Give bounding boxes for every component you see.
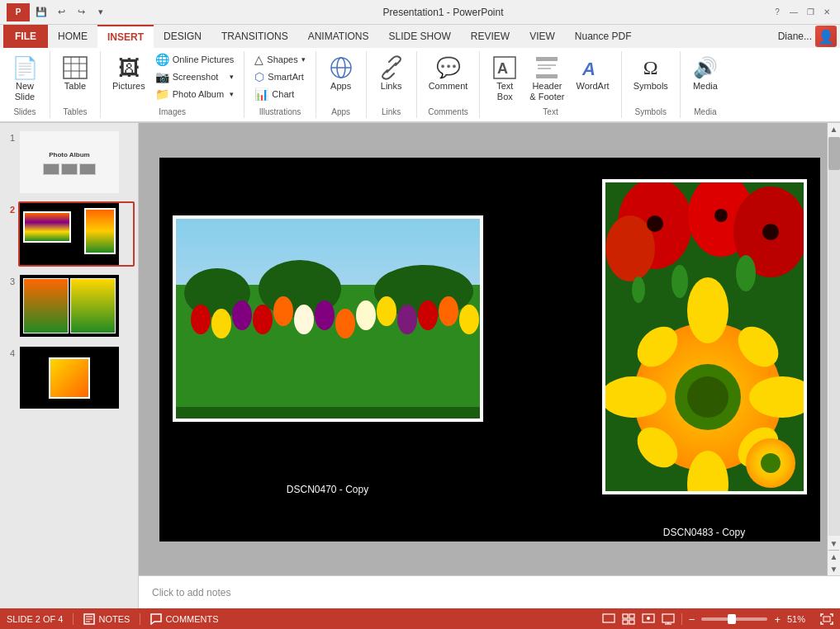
user-name[interactable]: Diane... xyxy=(778,31,812,42)
links-button[interactable]: Links xyxy=(373,51,410,95)
close-button[interactable]: ✕ xyxy=(820,6,833,19)
svg-text:A: A xyxy=(497,60,508,77)
slide-thumb-3[interactable] xyxy=(18,273,135,338)
tab-nuance[interactable]: Nuance PDF xyxy=(565,25,642,48)
tab-design[interactable]: DESIGN xyxy=(154,25,211,48)
online-pictures-button[interactable]: 🌐 Online Pictures xyxy=(152,51,238,68)
photo-frame-flowers[interactable] xyxy=(602,179,807,494)
photo-album-button[interactable]: 📁 Photo Album ▾ xyxy=(152,86,238,102)
new-slide-button[interactable]: 📄 NewSlide xyxy=(7,51,43,106)
tab-review[interactable]: REVIEW xyxy=(461,25,520,48)
svg-point-60 xyxy=(736,255,756,291)
textbox-label: TextBox xyxy=(496,81,513,102)
minimize-button[interactable]: — xyxy=(787,6,800,19)
slide-thumb-4[interactable] xyxy=(18,345,135,410)
comments-status[interactable]: COMMENTS xyxy=(150,613,218,625)
svg-line-8 xyxy=(387,63,396,73)
slide-item-2[interactable]: 2 xyxy=(3,201,135,267)
zoom-level[interactable]: 51% xyxy=(787,614,814,624)
wordart-label: WordArt xyxy=(577,81,610,92)
symbols-button[interactable]: Ω Symbols xyxy=(629,51,673,95)
scroll-more-up[interactable]: ▲ xyxy=(828,550,840,563)
svg-point-42 xyxy=(315,300,335,330)
slide-item-3[interactable]: 3 xyxy=(3,273,135,338)
user-avatar[interactable]: 👤 xyxy=(815,26,837,47)
slide-item-4[interactable]: 4 xyxy=(3,345,135,410)
chart-button[interactable]: 📊 Chart xyxy=(251,86,308,102)
tab-home[interactable]: HOME xyxy=(48,25,97,48)
tab-view[interactable]: VIEW xyxy=(520,25,565,48)
presenter-view-button[interactable] xyxy=(662,613,675,625)
smartart-icon: ⬡ xyxy=(254,70,264,83)
notes-status[interactable]: NOTES xyxy=(83,613,130,625)
shapes-button[interactable]: △ Shapes ▾ xyxy=(251,51,308,68)
scroll-down-button[interactable]: ▼ xyxy=(828,537,840,550)
tab-slideshow[interactable]: SLIDE SHOW xyxy=(378,25,460,48)
help-button[interactable]: ? xyxy=(771,6,784,19)
slide-thumb-inner-3 xyxy=(20,275,119,337)
screenshot-button[interactable]: 📷 Screenshot ▾ xyxy=(152,69,238,85)
slide-num-4: 4 xyxy=(3,348,15,358)
slide-thumb-1[interactable]: Photo Album xyxy=(18,130,135,195)
zoom-thumb[interactable] xyxy=(728,614,736,624)
zoom-text: 51% xyxy=(787,614,805,624)
table-button[interactable]: Table xyxy=(57,51,93,95)
textbox-button[interactable]: A TextBox xyxy=(486,51,523,106)
zoom-out-button[interactable]: − xyxy=(689,613,695,626)
group-illustrations: △ Shapes ▾ ⬡ SmartArt 📊 Chart Illustrati… xyxy=(244,51,316,118)
svg-point-74 xyxy=(761,453,781,473)
tab-insert[interactable]: INSERT xyxy=(97,25,154,48)
notes-area[interactable]: Click to add notes xyxy=(139,575,840,608)
media-label: Media xyxy=(693,81,718,92)
save-button[interactable]: 💾 xyxy=(33,4,50,21)
svg-point-44 xyxy=(273,296,293,326)
slide-info: SLIDE 2 OF 4 xyxy=(7,614,63,624)
smartart-button[interactable]: ⬡ SmartArt xyxy=(251,69,308,85)
customize-button[interactable]: ▾ xyxy=(93,4,109,21)
vertical-scrollbar[interactable]: ▲ ▼ ▲ ▼ xyxy=(827,123,840,575)
tab-file[interactable]: FILE xyxy=(3,25,48,48)
shapes-label: Shapes xyxy=(267,54,297,64)
header-footer-button[interactable]: Header& Footer xyxy=(524,51,569,106)
redo-button[interactable]: ↪ xyxy=(73,4,89,21)
fit-slide-button[interactable] xyxy=(820,613,833,625)
group-illustrations-label: Illustrations xyxy=(259,107,301,118)
ribbon: FILE HOME INSERT DESIGN TRANSITIONS ANIM… xyxy=(0,25,840,123)
slide-item-1[interactable]: 1 Photo Album xyxy=(3,130,135,195)
zoom-slider[interactable] xyxy=(701,617,767,621)
media-button[interactable]: 🔊 Media xyxy=(687,51,724,95)
slide-canvas[interactable]: ▲ ▼ ▲ ▼ xyxy=(139,123,840,575)
images-col: 🌐 Online Pictures 📷 Screenshot ▾ 📁 Photo… xyxy=(152,51,238,102)
reading-view-button[interactable] xyxy=(642,613,655,625)
svg-rect-80 xyxy=(623,614,628,618)
group-slides-label: Slides xyxy=(13,107,36,118)
svg-rect-82 xyxy=(623,620,628,624)
scroll-more-down[interactable]: ▼ xyxy=(828,563,840,575)
chart-icon: 📊 xyxy=(254,87,268,101)
undo-button[interactable]: ↩ xyxy=(53,4,69,21)
slide-thumb-inner-2 xyxy=(20,203,119,265)
photo-frame-tulips[interactable] xyxy=(173,215,483,422)
apps-button[interactable]: Apps xyxy=(323,51,359,95)
slide-content[interactable]: DSCN0470 - Copy xyxy=(159,158,820,542)
svg-rect-86 xyxy=(662,614,674,622)
slide-layout-button[interactable] xyxy=(602,613,615,625)
comment-button[interactable]: 💬 Comment xyxy=(424,51,473,95)
pictures-button[interactable]: 🖼 Pictures xyxy=(107,51,150,95)
group-illustrations-items: △ Shapes ▾ ⬡ SmartArt 📊 Chart xyxy=(251,51,308,107)
links-icon xyxy=(378,54,405,81)
restore-button[interactable]: ❐ xyxy=(804,6,817,19)
header-footer-icon xyxy=(534,54,560,81)
group-links-items: Links xyxy=(373,51,410,107)
main-area: 1 Photo Album 2 xyxy=(0,123,840,608)
tab-transitions[interactable]: TRANSITIONS xyxy=(211,25,298,48)
group-tables-label: Tables xyxy=(64,107,88,118)
slide-thumb-2[interactable] xyxy=(18,201,135,267)
tab-animations[interactable]: ANIMATIONS xyxy=(298,25,379,48)
grid-view-button[interactable] xyxy=(622,613,635,625)
svg-point-72 xyxy=(687,376,728,418)
scroll-up-button[interactable]: ▲ xyxy=(828,123,840,135)
zoom-in-button[interactable]: + xyxy=(774,613,781,626)
wordart-button[interactable]: A WordArt xyxy=(572,51,615,95)
scrollbar-thumb[interactable] xyxy=(828,137,840,170)
